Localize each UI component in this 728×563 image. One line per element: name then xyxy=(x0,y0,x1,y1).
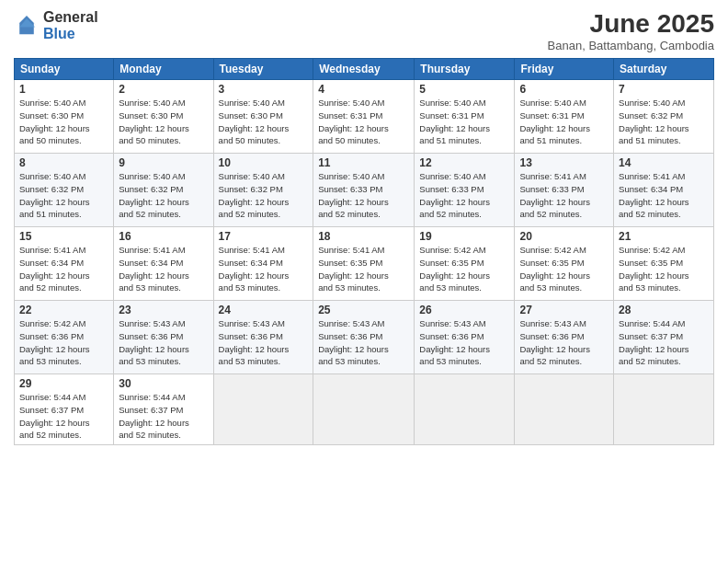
logo-icon xyxy=(14,13,40,39)
day-info: Sunrise: 5:44 AMSunset: 6:37 PMDaylight:… xyxy=(619,317,709,368)
table-cell xyxy=(614,374,714,445)
table-cell: 29 Sunrise: 5:44 AMSunset: 6:37 PMDaylig… xyxy=(15,374,114,445)
day-number: 22 xyxy=(19,304,108,316)
table-cell: 17 Sunrise: 5:41 AMSunset: 6:34 PMDaylig… xyxy=(213,227,313,301)
table-cell: 18 Sunrise: 5:41 AMSunset: 6:35 PMDaylig… xyxy=(313,227,415,301)
logo: General Blue xyxy=(14,9,98,41)
table-cell xyxy=(415,374,515,445)
logo-text: General Blue xyxy=(43,9,98,41)
location: Banan, Battambang, Cambodia xyxy=(548,39,714,52)
day-number: 25 xyxy=(318,304,409,316)
day-number: 5 xyxy=(419,83,509,96)
calendar-header-row: Sunday Monday Tuesday Wednesday Thursday… xyxy=(15,59,714,80)
day-number: 4 xyxy=(318,83,409,96)
day-info: Sunrise: 5:41 AMSunset: 6:34 PMDaylight:… xyxy=(119,244,208,294)
day-number: 12 xyxy=(419,156,509,169)
table-cell: 27 Sunrise: 5:43 AMSunset: 6:36 PMDaylig… xyxy=(515,301,614,374)
day-number: 23 xyxy=(119,304,208,316)
day-number: 17 xyxy=(219,230,309,243)
day-info: Sunrise: 5:40 AMSunset: 6:30 PMDaylight:… xyxy=(19,97,108,147)
day-info: Sunrise: 5:41 AMSunset: 6:34 PMDaylight:… xyxy=(219,244,309,294)
day-info: Sunrise: 5:40 AMSunset: 6:31 PMDaylight:… xyxy=(419,97,509,147)
day-number: 10 xyxy=(219,156,309,169)
col-friday: Friday xyxy=(515,59,614,80)
day-info: Sunrise: 5:42 AMSunset: 6:35 PMDaylight:… xyxy=(419,244,509,294)
table-cell: 9 Sunrise: 5:40 AMSunset: 6:32 PMDayligh… xyxy=(114,154,213,227)
day-number: 8 xyxy=(19,156,108,169)
day-number: 7 xyxy=(619,83,709,96)
table-cell xyxy=(313,374,415,445)
day-info: Sunrise: 5:42 AMSunset: 6:36 PMDaylight:… xyxy=(19,317,108,368)
table-cell: 22 Sunrise: 5:42 AMSunset: 6:36 PMDaylig… xyxy=(15,301,114,374)
day-info: Sunrise: 5:40 AMSunset: 6:30 PMDaylight:… xyxy=(119,97,208,147)
day-info: Sunrise: 5:43 AMSunset: 6:36 PMDaylight:… xyxy=(318,317,409,368)
table-cell: 7 Sunrise: 5:40 AMSunset: 6:32 PMDayligh… xyxy=(614,80,714,154)
logo-general-text: General xyxy=(43,9,98,25)
table-cell: 15 Sunrise: 5:41 AMSunset: 6:34 PMDaylig… xyxy=(15,227,114,301)
day-number: 20 xyxy=(519,230,609,243)
table-cell: 12 Sunrise: 5:40 AMSunset: 6:33 PMDaylig… xyxy=(415,154,515,227)
day-number: 19 xyxy=(419,230,509,243)
table-cell: 4 Sunrise: 5:40 AMSunset: 6:31 PMDayligh… xyxy=(313,80,415,154)
day-info: Sunrise: 5:43 AMSunset: 6:36 PMDaylight:… xyxy=(119,317,208,368)
day-info: Sunrise: 5:42 AMSunset: 6:35 PMDaylight:… xyxy=(619,244,709,294)
table-cell xyxy=(213,374,313,445)
day-number: 27 xyxy=(519,304,609,316)
day-info: Sunrise: 5:40 AMSunset: 6:33 PMDaylight:… xyxy=(318,170,409,221)
day-info: Sunrise: 5:43 AMSunset: 6:36 PMDaylight:… xyxy=(219,317,309,368)
table-cell: 16 Sunrise: 5:41 AMSunset: 6:34 PMDaylig… xyxy=(114,227,213,301)
table-cell: 21 Sunrise: 5:42 AMSunset: 6:35 PMDaylig… xyxy=(614,227,714,301)
col-sunday: Sunday xyxy=(15,59,114,80)
table-cell: 10 Sunrise: 5:40 AMSunset: 6:32 PMDaylig… xyxy=(213,154,313,227)
table-cell xyxy=(515,374,614,445)
table-cell: 1 Sunrise: 5:40 AMSunset: 6:30 PMDayligh… xyxy=(15,80,114,154)
day-number: 14 xyxy=(619,156,709,169)
table-cell: 23 Sunrise: 5:43 AMSunset: 6:36 PMDaylig… xyxy=(114,301,213,374)
col-tuesday: Tuesday xyxy=(213,59,313,80)
day-info: Sunrise: 5:40 AMSunset: 6:32 PMDaylight:… xyxy=(119,170,208,221)
calendar-page: General Blue June 2025 Banan, Battambang… xyxy=(0,0,728,563)
day-number: 11 xyxy=(318,156,409,169)
table-cell: 13 Sunrise: 5:41 AMSunset: 6:33 PMDaylig… xyxy=(515,154,614,227)
day-info: Sunrise: 5:40 AMSunset: 6:32 PMDaylight:… xyxy=(619,97,709,147)
day-info: Sunrise: 5:40 AMSunset: 6:31 PMDaylight:… xyxy=(519,97,609,147)
day-info: Sunrise: 5:41 AMSunset: 6:34 PMDaylight:… xyxy=(619,170,709,221)
table-cell: 24 Sunrise: 5:43 AMSunset: 6:36 PMDaylig… xyxy=(213,301,313,374)
table-cell: 20 Sunrise: 5:42 AMSunset: 6:35 PMDaylig… xyxy=(515,227,614,301)
table-cell: 30 Sunrise: 5:44 AMSunset: 6:37 PMDaylig… xyxy=(114,374,213,445)
table-cell: 25 Sunrise: 5:43 AMSunset: 6:36 PMDaylig… xyxy=(313,301,415,374)
day-info: Sunrise: 5:40 AMSunset: 6:31 PMDaylight:… xyxy=(318,97,409,147)
day-info: Sunrise: 5:40 AMSunset: 6:32 PMDaylight:… xyxy=(19,170,108,221)
col-saturday: Saturday xyxy=(614,59,714,80)
title-block: June 2025 Banan, Battambang, Cambodia xyxy=(548,9,714,52)
day-info: Sunrise: 5:43 AMSunset: 6:36 PMDaylight:… xyxy=(419,317,509,368)
day-number: 1 xyxy=(19,83,108,96)
day-number: 30 xyxy=(119,377,208,390)
day-number: 26 xyxy=(419,304,509,316)
day-number: 9 xyxy=(119,156,208,169)
table-cell: 14 Sunrise: 5:41 AMSunset: 6:34 PMDaylig… xyxy=(614,154,714,227)
table-cell: 28 Sunrise: 5:44 AMSunset: 6:37 PMDaylig… xyxy=(614,301,714,374)
header: General Blue June 2025 Banan, Battambang… xyxy=(14,9,714,52)
day-number: 18 xyxy=(318,230,409,243)
col-thursday: Thursday xyxy=(415,59,515,80)
day-info: Sunrise: 5:41 AMSunset: 6:35 PMDaylight:… xyxy=(318,244,409,294)
logo-blue-text: Blue xyxy=(43,26,75,41)
table-cell: 2 Sunrise: 5:40 AMSunset: 6:30 PMDayligh… xyxy=(114,80,213,154)
day-number: 13 xyxy=(519,156,609,169)
day-info: Sunrise: 5:42 AMSunset: 6:35 PMDaylight:… xyxy=(519,244,609,294)
day-number: 3 xyxy=(219,83,309,96)
day-info: Sunrise: 5:44 AMSunset: 6:37 PMDaylight:… xyxy=(119,391,208,442)
table-cell: 3 Sunrise: 5:40 AMSunset: 6:30 PMDayligh… xyxy=(213,80,313,154)
table-cell: 6 Sunrise: 5:40 AMSunset: 6:31 PMDayligh… xyxy=(515,80,614,154)
day-info: Sunrise: 5:44 AMSunset: 6:37 PMDaylight:… xyxy=(19,391,108,442)
day-info: Sunrise: 5:40 AMSunset: 6:30 PMDaylight:… xyxy=(219,97,309,147)
col-monday: Monday xyxy=(114,59,213,80)
table-cell: 11 Sunrise: 5:40 AMSunset: 6:33 PMDaylig… xyxy=(313,154,415,227)
day-number: 2 xyxy=(119,83,208,96)
day-number: 16 xyxy=(119,230,208,243)
day-info: Sunrise: 5:43 AMSunset: 6:36 PMDaylight:… xyxy=(519,317,609,368)
day-info: Sunrise: 5:41 AMSunset: 6:33 PMDaylight:… xyxy=(519,170,609,221)
day-number: 28 xyxy=(619,304,709,316)
month-title: June 2025 xyxy=(548,9,714,39)
